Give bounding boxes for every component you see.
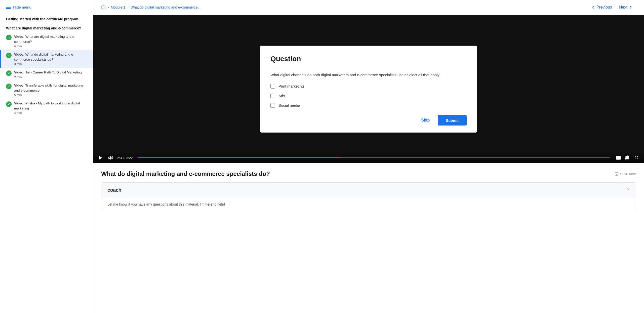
checkbox-label-opt3: Social media — [278, 103, 300, 107]
check-icon — [6, 53, 12, 58]
top-nav: › Module 1 › What do digital marketing a… — [93, 0, 644, 15]
checkbox-options: Print marketing Ads Social media — [270, 84, 467, 107]
nav-buttons: Previous Next — [588, 4, 636, 11]
question-text: What digital channels do both digital ma… — [270, 72, 467, 78]
breadcrumb-current: What do digital marketing and e-commerce… — [131, 5, 201, 9]
sidebar-item-item2[interactable]: Video: What do digital marketing and e-c… — [0, 50, 93, 68]
question-title: Question — [270, 55, 467, 67]
check-icon — [6, 35, 12, 40]
video-controls: 2:33 / 3:22 — [93, 152, 644, 163]
save-note-button[interactable]: Save note — [615, 172, 636, 176]
fullscreen-button[interactable] — [633, 154, 640, 161]
volume-button[interactable] — [107, 154, 114, 161]
skip-button[interactable]: Skip — [417, 116, 434, 125]
checkbox-option-opt2[interactable]: Ads — [270, 93, 467, 98]
content-area: What do digital marketing and e-commerce… — [93, 163, 644, 218]
checkbox-opt2[interactable] — [270, 93, 275, 98]
check-icon — [6, 101, 12, 107]
coach-brand: coach — [107, 187, 121, 193]
coach-message: Let me know if you have any questions ab… — [107, 202, 225, 206]
content-title: What do digital marketing and e-commerce… — [101, 170, 270, 177]
sidebar: Hide menu Getting started with the certi… — [0, 0, 93, 313]
content-title-row: What do digital marketing and e-commerce… — [101, 170, 636, 177]
previous-button[interactable]: Previous — [588, 4, 615, 11]
breadcrumb: › Module 1 › What do digital marketing a… — [101, 5, 201, 10]
hide-menu-label: Hide menu — [13, 5, 31, 9]
question-actions: Skip Submit — [270, 115, 467, 125]
breadcrumb-module[interactable]: Module 1 — [111, 5, 126, 9]
coach-header[interactable]: coach ⌃ — [101, 183, 636, 198]
sidebar-item-item1[interactable]: Video: What are digital marketing and e-… — [0, 32, 93, 50]
sidebar-item-item3[interactable]: Video: Joi - Career Path To Digital Mark… — [0, 68, 93, 81]
section1-title: Getting started with the certificate pro… — [0, 14, 93, 23]
submit-button[interactable]: Submit — [438, 115, 467, 125]
next-label: Next — [619, 5, 627, 10]
sidebar-item-item5[interactable]: Video: Prisha - My path to working in di… — [0, 99, 93, 117]
breadcrumb-sep2: › — [127, 5, 129, 9]
progress-bar[interactable] — [138, 157, 610, 158]
time-display: 2:33 / 3:22 — [117, 156, 133, 160]
progress-fill — [138, 157, 341, 158]
check-icon — [6, 84, 12, 89]
svg-rect-1 — [616, 156, 621, 159]
play-button[interactable] — [97, 154, 104, 161]
section2-title: What are digital marketing and e-commerc… — [0, 23, 93, 32]
video-container: Question What digital channels do both d… — [93, 15, 644, 163]
main-content: › Module 1 › What do digital marketing a… — [93, 0, 644, 313]
coach-section: coach ⌃ Let me know if you have any ques… — [101, 182, 636, 211]
video-controls-right — [615, 154, 640, 161]
hamburger-icon — [6, 6, 11, 9]
checkbox-option-opt3[interactable]: Social media — [270, 103, 467, 107]
checkbox-option-opt1[interactable]: Print marketing — [270, 84, 467, 88]
previous-label: Previous — [596, 5, 612, 10]
checkbox-label-opt2: Ads — [278, 94, 285, 98]
checkbox-opt3[interactable] — [270, 103, 275, 107]
hide-menu-button[interactable]: Hide menu — [0, 5, 93, 14]
subtitles-button[interactable] — [615, 154, 622, 161]
save-note-label: Save note — [620, 172, 636, 176]
checkbox-label-opt1: Print marketing — [278, 84, 304, 88]
checkbox-opt1[interactable] — [270, 84, 275, 88]
coach-body: Let me know if you have any questions ab… — [101, 198, 636, 211]
home-icon[interactable] — [101, 5, 106, 10]
settings-button[interactable] — [624, 154, 631, 161]
sidebar-items: Video: What are digital marketing and e-… — [0, 32, 93, 117]
question-overlay: Question What digital channels do both d… — [260, 46, 477, 133]
check-icon — [6, 70, 12, 76]
next-button[interactable]: Next — [616, 4, 636, 11]
chevron-up-icon: ⌃ — [626, 187, 630, 193]
breadcrumb-sep1: › — [108, 5, 109, 9]
svg-marker-0 — [99, 156, 102, 160]
sidebar-item-item4[interactable]: Video: Transferable skills for digital m… — [0, 81, 93, 99]
